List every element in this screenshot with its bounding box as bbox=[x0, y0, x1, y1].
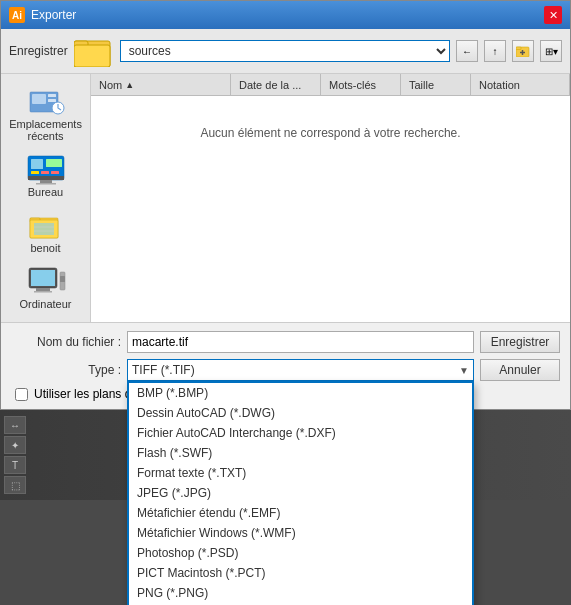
svg-rect-14 bbox=[40, 180, 52, 183]
svg-rect-19 bbox=[41, 171, 49, 174]
folder-icon bbox=[74, 35, 114, 67]
svg-rect-2 bbox=[74, 45, 110, 67]
dropdown-item-dwg[interactable]: Dessin AutoCAD (*.DWG) bbox=[129, 403, 472, 423]
empty-message: Aucun élément ne correspond à votre rech… bbox=[200, 126, 460, 140]
svg-rect-13 bbox=[28, 176, 64, 180]
type-label: Type : bbox=[11, 363, 121, 377]
type-dropdown-list: BMP (*.BMP) Dessin AutoCAD (*.DWG) Fichi… bbox=[127, 381, 474, 605]
tool-2[interactable]: ✦ bbox=[4, 436, 26, 454]
svg-rect-4 bbox=[516, 47, 521, 50]
dropdown-item-emf[interactable]: Métafichier étendu (*.EMF) bbox=[129, 503, 472, 523]
svg-rect-15 bbox=[36, 183, 56, 185]
toolbar-row: Enregistrer sources ← ↑ ⊞▾ bbox=[1, 29, 570, 74]
tool-3[interactable]: T bbox=[4, 456, 26, 474]
filename-input[interactable] bbox=[127, 331, 474, 353]
bureau-icon bbox=[26, 154, 66, 186]
col-header-nom[interactable]: Nom ▲ bbox=[91, 74, 231, 95]
recent-icon bbox=[26, 86, 66, 118]
svg-rect-32 bbox=[60, 276, 65, 282]
type-row: Type : TIFF (*.TIF) ▼ BMP (*.BMP) Dessin… bbox=[11, 359, 560, 381]
dropdown-arrow-icon: ▼ bbox=[459, 365, 469, 376]
benoit-label: benoit bbox=[31, 242, 61, 254]
sidebar-item-bureau[interactable]: Bureau bbox=[7, 150, 85, 202]
sort-arrow: ▲ bbox=[125, 80, 134, 90]
new-folder-button[interactable] bbox=[512, 40, 534, 62]
new-folder-icon bbox=[516, 45, 530, 57]
dropdown-item-swf[interactable]: Flash (*.SWF) bbox=[129, 443, 472, 463]
svg-rect-10 bbox=[48, 99, 56, 102]
up-button[interactable]: ↑ bbox=[484, 40, 506, 62]
svg-rect-20 bbox=[51, 171, 59, 174]
ai-icon: Ai bbox=[9, 7, 25, 23]
ordinateur-label: Ordinateur bbox=[20, 298, 72, 310]
title-bar-left: Ai Exporter bbox=[9, 7, 76, 23]
sidebar-item-benoit[interactable]: benoit bbox=[7, 206, 85, 258]
view-options-button[interactable]: ⊞▾ bbox=[540, 40, 562, 62]
workplans-checkbox[interactable] bbox=[15, 388, 28, 401]
filename-row: Nom du fichier : Enregistrer bbox=[11, 331, 560, 353]
main-content: Emplacements récents Bureau bbox=[1, 74, 570, 322]
save-label: Enregistrer bbox=[9, 44, 68, 58]
bureau-label: Bureau bbox=[28, 186, 63, 198]
col-header-date[interactable]: Date de la ... bbox=[231, 74, 321, 95]
dialog-window: Ai Exporter ✕ Enregistrer sources ← ↑ bbox=[0, 0, 571, 410]
recent-label: Emplacements récents bbox=[9, 118, 82, 142]
svg-rect-8 bbox=[32, 94, 46, 104]
dropdown-item-psd[interactable]: Photoshop (*.PSD) bbox=[129, 543, 472, 563]
svg-rect-18 bbox=[31, 171, 39, 174]
dropdown-item-jpg[interactable]: JPEG (*.JPG) bbox=[129, 483, 472, 503]
benoit-icon bbox=[26, 210, 66, 242]
column-headers: Nom ▲ Date de la ... Mots-clés Taille No… bbox=[91, 74, 570, 96]
dropdown-item-txt[interactable]: Format texte (*.TXT) bbox=[129, 463, 472, 483]
sidebar-item-ordinateur[interactable]: Ordinateur bbox=[7, 262, 85, 314]
sidebar-item-recent[interactable]: Emplacements récents bbox=[7, 82, 85, 146]
bottom-area: Nom du fichier : Enregistrer Type : TIFF… bbox=[1, 322, 570, 409]
ordinateur-icon bbox=[26, 266, 66, 298]
dropdown-item-pct[interactable]: PICT Macintosh (*.PCT) bbox=[129, 563, 472, 583]
dropdown-item-bmp[interactable]: BMP (*.BMP) bbox=[129, 383, 472, 403]
filename-label: Nom du fichier : bbox=[11, 335, 121, 349]
dropdown-item-dxf[interactable]: Fichier AutoCAD Interchange (*.DXF) bbox=[129, 423, 472, 443]
sidebar: Emplacements récents Bureau bbox=[1, 74, 91, 322]
back-button[interactable]: ← bbox=[456, 40, 478, 62]
type-select-display[interactable]: TIFF (*.TIF) ▼ bbox=[127, 359, 474, 381]
file-list-content: Aucun élément ne correspond à votre rech… bbox=[91, 96, 570, 322]
folder-select[interactable]: sources bbox=[120, 40, 450, 62]
close-button[interactable]: ✕ bbox=[544, 6, 562, 24]
file-list-area: Nom ▲ Date de la ... Mots-clés Taille No… bbox=[91, 74, 570, 322]
save-button[interactable]: Enregistrer bbox=[480, 331, 560, 353]
svg-rect-30 bbox=[34, 291, 52, 293]
svg-rect-24 bbox=[34, 223, 54, 235]
col-header-taille[interactable]: Taille bbox=[401, 74, 471, 95]
dialog-title: Exporter bbox=[31, 8, 76, 22]
col-header-mots[interactable]: Mots-clés bbox=[321, 74, 401, 95]
col-header-notation[interactable]: Notation bbox=[471, 74, 570, 95]
svg-rect-17 bbox=[46, 159, 62, 167]
dropdown-item-wmf[interactable]: Métafichier Windows (*.WMF) bbox=[129, 523, 472, 543]
svg-rect-9 bbox=[48, 94, 56, 97]
svg-rect-29 bbox=[36, 288, 50, 291]
cancel-button[interactable]: Annuler bbox=[480, 359, 560, 381]
svg-rect-16 bbox=[31, 159, 43, 169]
title-bar: Ai Exporter ✕ bbox=[1, 1, 570, 29]
tool-1[interactable]: ↔ bbox=[4, 416, 26, 434]
dropdown-item-png[interactable]: PNG (*.PNG) bbox=[129, 583, 472, 603]
tool-4[interactable]: ⬚ bbox=[4, 476, 26, 494]
type-select-container: TIFF (*.TIF) ▼ BMP (*.BMP) Dessin AutoCA… bbox=[127, 359, 474, 381]
tools-panel: ↔ ✦ T ⬚ bbox=[0, 414, 30, 496]
svg-rect-28 bbox=[31, 270, 55, 286]
